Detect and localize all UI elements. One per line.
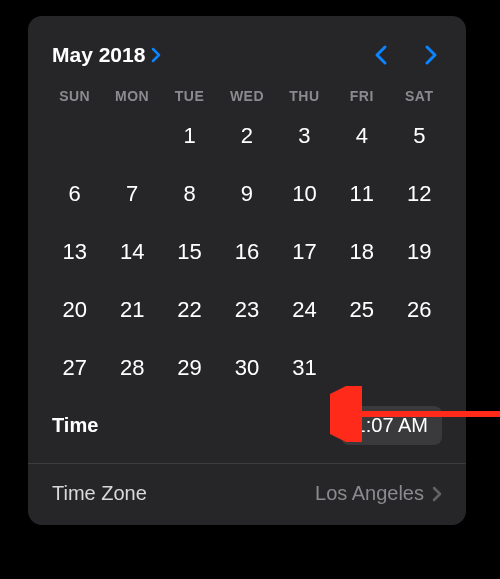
day-cell[interactable]: 31 xyxy=(276,344,333,392)
day-cell[interactable]: 11 xyxy=(333,170,390,218)
month-year-picker[interactable]: May 2018 xyxy=(52,43,161,67)
timezone-value-wrap: Los Angeles xyxy=(315,482,442,505)
day-cell[interactable]: 26 xyxy=(391,286,448,334)
timezone-label: Time Zone xyxy=(52,482,147,505)
day-cell[interactable]: 15 xyxy=(161,228,218,276)
day-cell-empty xyxy=(333,344,390,392)
month-year-label: May 2018 xyxy=(52,43,145,67)
month-nav xyxy=(370,40,442,70)
day-cell[interactable]: 3 xyxy=(276,112,333,160)
chevron-right-icon xyxy=(432,486,442,502)
day-cell[interactable]: 25 xyxy=(333,286,390,334)
day-cell-empty xyxy=(103,112,160,160)
day-cell-empty xyxy=(391,344,448,392)
day-cell[interactable]: 18 xyxy=(333,228,390,276)
weekday-label: TUE xyxy=(161,88,218,104)
day-cell[interactable]: 2 xyxy=(218,112,275,160)
day-cell[interactable]: 24 xyxy=(276,286,333,334)
weekday-label: FRI xyxy=(333,88,390,104)
date-time-panel: May 2018 SUN MON TUE WED THU xyxy=(28,16,466,525)
next-month-button[interactable] xyxy=(420,40,442,70)
day-cell[interactable]: 4 xyxy=(333,112,390,160)
day-cell[interactable]: 30 xyxy=(218,344,275,392)
weekday-header: SUN MON TUE WED THU FRI SAT xyxy=(46,88,448,104)
day-cell[interactable]: 19 xyxy=(391,228,448,276)
day-cell[interactable]: 29 xyxy=(161,344,218,392)
weekday-label: MON xyxy=(103,88,160,104)
day-cell[interactable]: 5 xyxy=(391,112,448,160)
day-cell[interactable]: 20 xyxy=(46,286,103,334)
time-row: Time 1:07 AM xyxy=(46,392,448,463)
day-cell[interactable]: 10 xyxy=(276,170,333,218)
weekday-label: THU xyxy=(276,88,333,104)
day-cell[interactable]: 1 xyxy=(161,112,218,160)
weekday-label: SUN xyxy=(46,88,103,104)
day-cell[interactable]: 14 xyxy=(103,228,160,276)
day-cell[interactable]: 22 xyxy=(161,286,218,334)
calendar-header: May 2018 xyxy=(46,34,448,84)
day-cell[interactable]: 17 xyxy=(276,228,333,276)
prev-month-button[interactable] xyxy=(370,40,392,70)
day-cell[interactable]: 7 xyxy=(103,170,160,218)
days-grid: 1 2 3 4 5 6 7 8 9 10 11 12 13 14 15 16 1… xyxy=(46,112,448,392)
day-cell[interactable]: 28 xyxy=(103,344,160,392)
timezone-value: Los Angeles xyxy=(315,482,424,505)
weekday-label: SAT xyxy=(391,88,448,104)
day-cell[interactable]: 8 xyxy=(161,170,218,218)
day-cell[interactable]: 16 xyxy=(218,228,275,276)
day-cell[interactable]: 12 xyxy=(391,170,448,218)
day-cell[interactable]: 27 xyxy=(46,344,103,392)
weekday-label: WED xyxy=(218,88,275,104)
day-cell[interactable]: 6 xyxy=(46,170,103,218)
time-picker[interactable]: 1:07 AM xyxy=(341,406,442,445)
chevron-right-icon xyxy=(151,47,161,63)
day-cell[interactable]: 13 xyxy=(46,228,103,276)
day-cell[interactable]: 23 xyxy=(218,286,275,334)
time-label: Time xyxy=(52,414,98,437)
day-cell[interactable]: 9 xyxy=(218,170,275,218)
day-cell[interactable]: 21 xyxy=(103,286,160,334)
timezone-row[interactable]: Time Zone Los Angeles xyxy=(46,464,448,525)
day-cell-empty xyxy=(46,112,103,160)
